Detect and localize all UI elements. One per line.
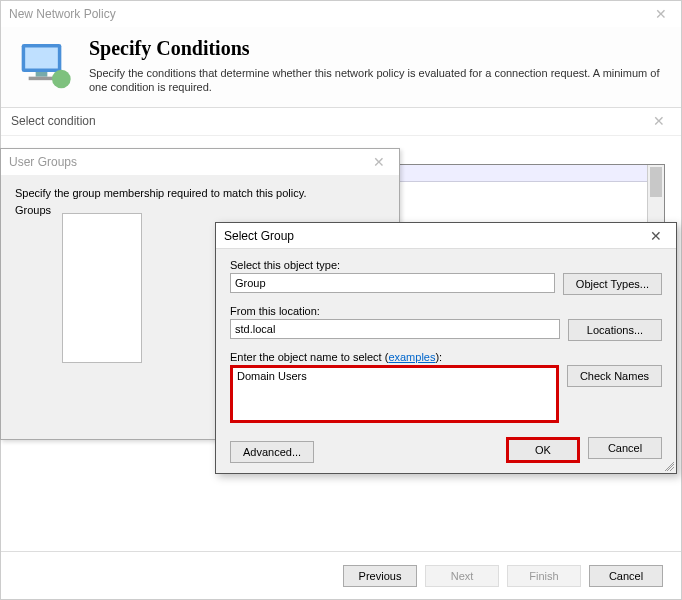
groups-box-label: Groups — [11, 204, 55, 216]
close-icon[interactable]: ✕ — [647, 113, 671, 129]
object-type-field — [230, 273, 555, 293]
examples-link[interactable]: examples — [388, 351, 435, 363]
location-field — [230, 319, 560, 339]
close-icon[interactable]: ✕ — [644, 228, 668, 244]
location-label: From this location: — [230, 305, 560, 317]
select-condition-title: Select condition — [11, 114, 96, 128]
cancel-button[interactable]: Cancel — [588, 437, 662, 459]
select-group-body: Select this object type: Object Types...… — [216, 249, 676, 473]
select-group-titlebar: Select Group ✕ — [216, 223, 676, 249]
close-icon[interactable]: ✕ — [367, 154, 391, 170]
cancel-button[interactable]: Cancel — [589, 565, 663, 587]
advanced-button[interactable]: Advanced... — [230, 441, 314, 463]
object-type-label: Select this object type: — [230, 259, 555, 271]
names-label-prefix: Enter the object name to select ( — [230, 351, 388, 363]
monitor-icon — [17, 37, 73, 93]
header-banner: Specify Conditions Specify the condition… — [1, 27, 681, 108]
main-titlebar: New Network Policy ✕ — [1, 1, 681, 27]
svg-rect-3 — [29, 77, 55, 81]
select-condition-titlebar: Select condition ✕ — [1, 108, 681, 136]
svg-rect-2 — [36, 72, 48, 77]
ok-button[interactable]: OK — [506, 437, 580, 463]
page-heading: Specify Conditions — [89, 37, 665, 60]
user-groups-instruction: Specify the group membership required to… — [15, 187, 385, 199]
resize-grip-icon[interactable] — [662, 459, 674, 471]
locations-button[interactable]: Locations... — [568, 319, 662, 341]
object-names-label: Enter the object name to select (example… — [230, 351, 559, 363]
select-group-title: Select Group — [224, 229, 294, 243]
main-title: New Network Policy — [9, 7, 116, 21]
close-icon[interactable]: ✕ — [649, 6, 673, 22]
svg-point-4 — [52, 70, 71, 89]
select-group-dialog: Select Group ✕ Select this object type: … — [215, 222, 677, 474]
previous-button[interactable]: Previous — [343, 565, 417, 587]
next-button: Next — [425, 565, 499, 587]
object-types-button[interactable]: Object Types... — [563, 273, 662, 295]
svg-rect-1 — [25, 48, 58, 69]
object-names-input[interactable] — [230, 365, 559, 423]
page-description: Specify the conditions that determine wh… — [89, 66, 665, 95]
user-groups-title: User Groups — [9, 155, 77, 169]
wizard-button-bar: Previous Next Finish Cancel — [1, 551, 681, 599]
user-groups-titlebar: User Groups ✕ — [1, 149, 399, 175]
groups-listbox[interactable] — [62, 213, 142, 363]
check-names-button[interactable]: Check Names — [567, 365, 662, 387]
names-label-suffix: ): — [435, 351, 442, 363]
finish-button: Finish — [507, 565, 581, 587]
